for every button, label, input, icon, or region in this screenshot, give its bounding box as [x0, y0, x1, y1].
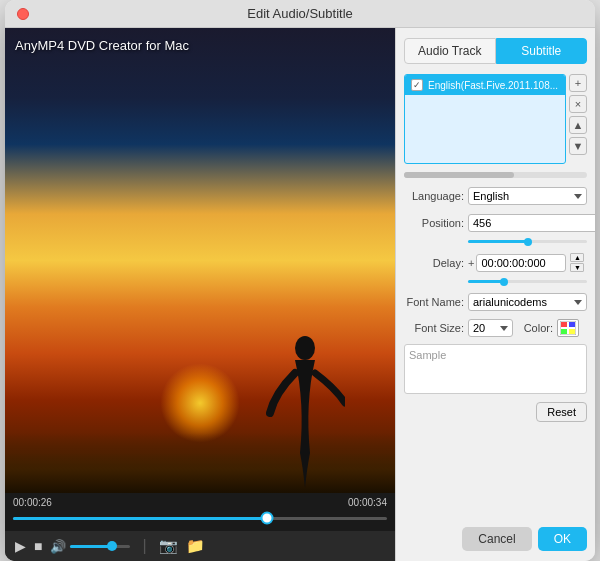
- content-area: AnyMP4 DVD Creator for Mac 00:00:26 00:0…: [5, 28, 595, 561]
- controls-bar: ▶ ■ 🔊 | 📷 📁: [5, 531, 395, 561]
- time-labels: 00:00:26 00:00:34: [13, 497, 387, 508]
- reset-button[interactable]: Reset: [536, 402, 587, 422]
- seek-track: [13, 517, 387, 520]
- delay-slider-fill: [468, 280, 504, 283]
- volume-handle[interactable]: [107, 541, 117, 551]
- language-row: Language: English French Spanish German: [404, 187, 587, 205]
- delay-slider-thumb[interactable]: [500, 278, 508, 286]
- folder-icon[interactable]: 📁: [186, 537, 205, 555]
- svg-rect-5: [569, 329, 575, 334]
- scrollbar-thumb: [404, 172, 514, 178]
- font-name-row: Font Name: arialunicodems Arial Helvetic…: [404, 293, 587, 311]
- svg-rect-2: [561, 322, 567, 327]
- position-slider[interactable]: [468, 240, 587, 243]
- subtitle-checkbox[interactable]: ✓: [411, 79, 423, 91]
- list-buttons: + × ▲ ▼: [569, 74, 587, 164]
- stop-button[interactable]: ■: [34, 539, 42, 553]
- remove-subtitle-button[interactable]: ×: [569, 95, 587, 113]
- add-subtitle-button[interactable]: +: [569, 74, 587, 92]
- sample-box: Sample: [404, 344, 587, 394]
- position-slider-fill: [468, 240, 528, 243]
- svg-rect-3: [569, 322, 575, 327]
- color-label: Color:: [517, 322, 553, 334]
- seek-handle[interactable]: [261, 512, 274, 525]
- list-scrollbar[interactable]: [404, 172, 587, 178]
- cancel-button[interactable]: Cancel: [462, 527, 531, 551]
- position-slider-thumb[interactable]: [524, 238, 532, 246]
- close-button[interactable]: [17, 8, 29, 20]
- volume-section: 🔊: [50, 539, 130, 554]
- move-down-button[interactable]: ▼: [569, 137, 587, 155]
- video-overlay-text: AnyMP4 DVD Creator for Mac: [15, 38, 189, 53]
- font-name-select[interactable]: arialunicodems Arial Helvetica: [468, 293, 587, 311]
- language-label: Language:: [404, 190, 464, 202]
- subtitle-item-text: English(Fast.Five.2011.108...: [428, 80, 558, 91]
- position-row: Position: ▲ ▼: [404, 213, 587, 232]
- svg-rect-4: [561, 329, 567, 334]
- delay-slider[interactable]: [468, 280, 587, 283]
- window-title: Edit Audio/Subtitle: [247, 6, 353, 21]
- position-input[interactable]: [468, 214, 595, 232]
- tab-row: Audio Track Subtitle: [404, 38, 587, 64]
- video-panel: AnyMP4 DVD Creator for Mac 00:00:26 00:0…: [5, 28, 395, 561]
- font-name-label: Font Name:: [404, 296, 464, 308]
- svg-point-0: [295, 336, 315, 360]
- screenshot-icon[interactable]: 📷: [159, 537, 178, 555]
- delay-spinner: ▲ ▼: [570, 253, 584, 272]
- tab-audio-track[interactable]: Audio Track: [404, 38, 496, 64]
- color-picker[interactable]: [557, 319, 579, 337]
- delay-label: Delay:: [404, 257, 464, 269]
- play-button[interactable]: ▶: [15, 539, 26, 553]
- divider: |: [142, 537, 146, 555]
- volume-icon: 🔊: [50, 539, 66, 554]
- video-area: AnyMP4 DVD Creator for Mac: [5, 28, 395, 493]
- delay-prefix: +: [468, 257, 474, 269]
- ok-button[interactable]: OK: [538, 527, 587, 551]
- time-start: 00:00:26: [13, 497, 52, 508]
- subtitle-list: ✓ English(Fast.Five.2011.108...: [404, 74, 566, 164]
- tab-subtitle[interactable]: Subtitle: [496, 38, 588, 64]
- title-bar: Edit Audio/Subtitle: [5, 0, 595, 28]
- right-panel: Audio Track Subtitle ✓ English(Fast.Five…: [395, 28, 595, 561]
- figure-silhouette: [265, 333, 345, 493]
- volume-fill: [70, 545, 112, 548]
- main-window: Edit Audio/Subtitle AnyMP4 D: [5, 0, 595, 561]
- delay-down[interactable]: ▼: [570, 263, 584, 272]
- delay-up[interactable]: ▲: [570, 253, 584, 262]
- position-label: Position:: [404, 217, 464, 229]
- delay-input-group: +: [468, 254, 566, 272]
- delay-row: Delay: + ▲ ▼: [404, 253, 587, 272]
- volume-track[interactable]: [70, 545, 130, 548]
- delay-input[interactable]: [476, 254, 566, 272]
- subtitle-item[interactable]: ✓ English(Fast.Five.2011.108...: [405, 75, 565, 95]
- seek-fill: [13, 517, 267, 520]
- seek-bar[interactable]: [13, 511, 387, 525]
- video-background: AnyMP4 DVD Creator for Mac: [5, 28, 395, 493]
- time-end: 00:00:34: [348, 497, 387, 508]
- sun-glow: [160, 363, 240, 443]
- move-up-button[interactable]: ▲: [569, 116, 587, 134]
- font-size-color-row: Font Size: 20 12 14 16 18 24 Color:: [404, 319, 587, 337]
- bottom-buttons: Cancel OK: [404, 523, 587, 551]
- language-select[interactable]: English French Spanish German: [468, 187, 587, 205]
- font-size-select[interactable]: 20 12 14 16 18 24: [468, 319, 513, 337]
- color-swatch-icon: [560, 321, 576, 335]
- subtitle-list-wrapper: ✓ English(Fast.Five.2011.108... + × ▲ ▼: [404, 74, 587, 164]
- timeline-area: 00:00:26 00:00:34: [5, 493, 395, 531]
- reset-row: Reset: [404, 402, 587, 424]
- sample-label: Sample: [409, 349, 446, 361]
- font-size-label: Font Size:: [404, 322, 464, 334]
